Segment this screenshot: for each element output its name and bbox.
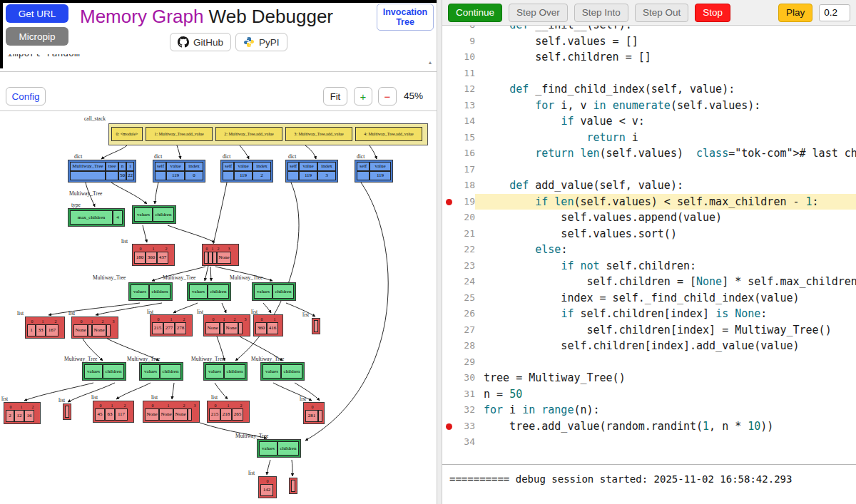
line-number[interactable]: 8	[455, 26, 475, 34]
breakpoint-gutter[interactable]	[442, 130, 455, 146]
breakpoint-gutter[interactable]	[442, 402, 455, 418]
breakpoint-gutter[interactable]	[442, 242, 455, 258]
code-line: 28 self.children[index].add_value(value)	[442, 338, 856, 354]
line-number[interactable]: 29	[455, 354, 475, 371]
line-number[interactable]: 10	[455, 49, 475, 66]
graph-cell: 0	[185, 171, 203, 180]
breakpoint-gutter[interactable]	[442, 258, 455, 274]
pane-splitter[interactable]	[437, 0, 442, 504]
breakpoint-gutter[interactable]	[442, 145, 455, 162]
code-line: 32for i in range(n):	[442, 402, 856, 418]
play-button[interactable]: Play	[778, 4, 812, 22]
line-number[interactable]: 11	[455, 66, 475, 82]
line-number[interactable]: 12	[455, 81, 475, 98]
breakpoint-gutter[interactable]	[442, 226, 455, 242]
invocation-tree-button[interactable]: Invocation Tree	[377, 4, 434, 31]
line-number[interactable]: 9	[455, 34, 475, 50]
stop-button[interactable]: Stop	[695, 4, 730, 22]
graph-node-list: 0281	[303, 402, 325, 424]
breakpoint-gutter[interactable]	[442, 386, 455, 403]
github-button[interactable]: GitHub	[170, 33, 231, 51]
graph-cell: None	[145, 408, 159, 421]
line-number[interactable]: 25	[455, 290, 475, 307]
step-delay-input[interactable]	[819, 4, 850, 21]
line-number[interactable]: 27	[455, 322, 475, 339]
breakpoint-gutter[interactable]	[442, 162, 455, 178]
fit-button[interactable]: Fit	[323, 87, 347, 106]
line-number[interactable]: 34	[455, 434, 475, 451]
invocation-tree-line2: Tree	[396, 17, 414, 27]
graph-cell	[287, 171, 299, 180]
graph-edge	[177, 145, 180, 159]
breakpoint-gutter[interactable]	[442, 274, 455, 290]
line-number[interactable]: 14	[455, 113, 475, 130]
line-number[interactable]: 23	[455, 258, 475, 274]
line-number[interactable]: 15	[455, 130, 475, 146]
line-number[interactable]: 17	[455, 162, 475, 178]
line-number[interactable]: 30	[455, 370, 475, 386]
line-number[interactable]: 18	[455, 178, 475, 194]
graph-node-label: Multiway_Tree	[235, 433, 268, 439]
breakpoint-gutter[interactable]	[442, 210, 455, 226]
list-index: 0	[27, 319, 37, 324]
breakpoint-dot[interactable]	[442, 418, 455, 435]
github-button-label: GitHub	[193, 37, 223, 48]
breakpoint-gutter[interactable]	[442, 434, 455, 451]
get-url-button[interactable]: Get URL	[6, 4, 68, 23]
code-editor[interactable]: 8 def __init__(self):9 self.values = []1…	[442, 26, 856, 464]
line-number[interactable]: 32	[455, 402, 475, 418]
graph-node-label: Multiway_Tree	[163, 274, 195, 281]
line-number[interactable]: 22	[455, 242, 475, 258]
code-text	[475, 162, 856, 178]
line-number[interactable]: 26	[455, 306, 475, 322]
line-number[interactable]: 21	[455, 226, 475, 242]
micropip-button[interactable]: Micropip	[6, 27, 68, 46]
graph-stack-frame: 4: Multiway_Tree.add_value	[355, 127, 422, 141]
breakpoint-gutter[interactable]	[442, 66, 455, 82]
breakpoint-gutter[interactable]	[442, 98, 455, 114]
code-line: 26 if self.children[index] is None:	[442, 306, 856, 322]
graph-node-object: valueschildren	[132, 205, 176, 224]
zoom-in-button[interactable]: +	[354, 87, 372, 106]
line-number[interactable]: 28	[455, 338, 475, 354]
line-number[interactable]: 20	[455, 210, 475, 226]
pypi-button[interactable]: PyPI	[235, 33, 287, 51]
graph-cell: 3	[317, 171, 336, 180]
breakpoint-gutter[interactable]	[442, 49, 455, 66]
graph-cell: value	[166, 162, 185, 171]
continue-button[interactable]: Continue	[448, 4, 502, 22]
line-number[interactable]: 31	[455, 386, 475, 403]
graph-cell: 119	[370, 171, 391, 180]
code-text	[475, 434, 856, 451]
zoom-out-button[interactable]: −	[378, 87, 397, 106]
breakpoint-gutter[interactable]	[442, 354, 455, 371]
breakpoint-gutter[interactable]	[442, 113, 455, 130]
code-text: self.values.sort()	[475, 226, 856, 242]
breakpoint-gutter[interactable]	[442, 370, 455, 386]
breakpoint-dot[interactable]	[442, 194, 455, 210]
graph-cell: n	[118, 162, 126, 171]
graph-canvas[interactable]: call_stackdictdictdictdictdictMultiway_T…	[0, 111, 437, 504]
line-number[interactable]: 33	[455, 418, 475, 435]
breakpoint-gutter[interactable]	[442, 178, 455, 194]
breakpoint-gutter[interactable]	[442, 34, 455, 50]
breakpoint-gutter[interactable]	[442, 322, 455, 339]
breakpoint-gutter[interactable]	[442, 26, 455, 34]
step-out-button[interactable]: Step Out	[635, 4, 688, 22]
step-over-button[interactable]: Step Over	[509, 4, 568, 22]
graph-edge	[172, 383, 174, 399]
breakpoint-gutter[interactable]	[442, 290, 455, 307]
line-number[interactable]: 24	[455, 274, 475, 290]
config-button[interactable]: Config	[6, 87, 46, 106]
scroll-up-icon[interactable]: ▲	[426, 60, 434, 71]
code-line: 18 def add_value(self, value):	[442, 178, 856, 194]
breakpoint-gutter[interactable]	[442, 338, 455, 354]
step-into-button[interactable]: Step Into	[574, 4, 628, 22]
line-number[interactable]: 19	[455, 194, 475, 210]
breakpoint-gutter[interactable]	[442, 306, 455, 322]
source-strip[interactable]: import random	[4, 54, 424, 70]
graph-edge	[263, 303, 271, 313]
breakpoint-gutter[interactable]	[442, 81, 455, 98]
line-number[interactable]: 16	[455, 145, 475, 162]
line-number[interactable]: 13	[455, 98, 475, 114]
